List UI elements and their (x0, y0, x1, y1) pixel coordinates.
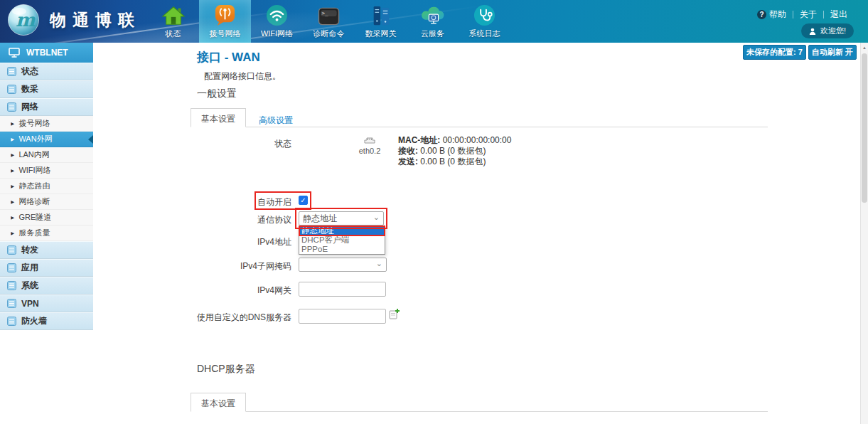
scrollbar-thumb[interactable] (862, 53, 867, 203)
welcome-button[interactable]: 欢迎您! (801, 23, 854, 38)
nav-label: 诊断命令 (314, 28, 345, 39)
sidebar-item-network[interactable]: 网络 (0, 98, 93, 116)
sidebar-subitem-wan[interactable]: ▶ WAN外网 (0, 132, 93, 147)
help-link[interactable]: ? 帮助 (751, 9, 793, 21)
sidebar-subitem-qos[interactable]: ▶ 服务质量 (0, 226, 93, 241)
list-icon (7, 102, 16, 112)
nav-item-status[interactable]: 状态 (147, 0, 199, 43)
logout-link[interactable]: 退出 (824, 9, 854, 21)
submenu-arrow-icon: ▶ (11, 199, 14, 204)
dhcp-server-heading: DHCP服务器 (197, 363, 255, 376)
sidebar-subitem-network-diagnosis[interactable]: ▶ 网络诊断 (0, 194, 93, 210)
status-badges: 未保存的配置: 7 自动刷新 开 (743, 45, 857, 60)
dns-input[interactable] (299, 309, 386, 324)
sidebar-item-application[interactable]: 应用 (0, 259, 93, 277)
tx-label: 发送: (398, 157, 418, 166)
ethernet-port-icon (363, 136, 377, 144)
unsaved-changes-badge[interactable]: 未保存的配置: 7 (743, 45, 806, 60)
interface-name: eth0.2 (351, 147, 388, 155)
sidebar-item-label: VPN (21, 299, 39, 309)
dial-network-icon (214, 3, 236, 26)
add-entry-icon[interactable] (389, 308, 400, 319)
tab-dhcp-basic-settings[interactable]: 基本设置 (191, 393, 246, 412)
logout-label: 退出 (830, 9, 847, 21)
auto-refresh-toggle[interactable]: 自动刷新 开 (808, 45, 857, 60)
submenu-arrow-icon: ▶ (11, 184, 14, 189)
sidebar: WTBLNET 状态 数采 (0, 43, 93, 330)
sidebar-item-label: LAN内网 (18, 149, 49, 160)
gateway-icon (370, 3, 392, 26)
sidebar-item-forwarding[interactable]: 转发 (0, 241, 93, 259)
about-link[interactable]: 关于 (793, 9, 823, 21)
vertical-scrollbar[interactable]: ▲ (860, 43, 868, 424)
mac-value: 00:00:00:00:00:00 (443, 135, 512, 145)
submenu-arrow-icon: ▶ (11, 168, 14, 173)
netmask-select[interactable]: ⌄ (299, 258, 387, 272)
nav-label: WIFI网络 (261, 28, 293, 39)
submenu-arrow-icon: ▶ (11, 152, 14, 157)
sidebar-item-system[interactable]: 系统 (0, 277, 93, 295)
list-icon (7, 281, 16, 290)
sidebar-item-label: 网络诊断 (18, 196, 50, 207)
dns-field-label: 使用自定义的DNS服务器 (171, 312, 291, 324)
sidebar-item-label: 数采 (21, 83, 38, 95)
welcome-label: 欢迎您! (820, 26, 846, 36)
sidebar-item-data-collection[interactable]: 数采 (0, 80, 93, 98)
protocol-select[interactable]: 静态地址 ⌄ (299, 211, 384, 226)
general-settings-tabbar: 基本设置 高级设置 (191, 108, 768, 127)
home-icon (162, 3, 185, 26)
autostart-checkbox[interactable]: ✓ (299, 196, 308, 205)
interface-indicator: eth0.2 (351, 136, 388, 155)
sidebar-item-firewall[interactable]: 防火墙 (0, 312, 93, 330)
netmask-field-label: IPv4子网掩码 (171, 260, 291, 272)
dhcp-tabbar: 基本设置 (191, 393, 768, 412)
sidebar-subitem-static-route[interactable]: ▶ 静态路由 (0, 179, 93, 194)
rx-line: 接收: 0.00 B (0 数据包) (398, 146, 511, 157)
rx-label: 接收: (398, 146, 418, 156)
nav-item-system-log[interactable]: 系统日志 (459, 0, 510, 43)
general-settings-heading: 一般设置 (197, 88, 237, 100)
dropdown-option-static[interactable]: 静态地址 (299, 226, 385, 235)
header-links: ? 帮助 关于 退出 (751, 9, 854, 21)
sidebar-item-label: GRE隧道 (18, 212, 51, 223)
nav-label: 系统日志 (469, 28, 500, 39)
sidebar-subitem-lan[interactable]: ▶ LAN内网 (0, 147, 93, 163)
nav-label: 数采网关 (365, 28, 397, 39)
sidebar-subitem-wifi[interactable]: ▶ WIFI网络 (0, 163, 93, 179)
nav-item-wifi-network[interactable]: WIFI网络 (251, 0, 303, 43)
dropdown-option-dhcp[interactable]: DHCP客户端 (299, 235, 385, 245)
monitor-icon (9, 48, 20, 58)
sidebar-item-label: WAN外网 (18, 134, 52, 144)
sidebar-item-label: 状态 (21, 65, 38, 78)
sidebar-header-wtblnet[interactable]: WTBLNET (0, 43, 93, 63)
nav-item-diagnostic-command[interactable]: >_ 诊断命令 (303, 0, 355, 43)
gateway-field-label: IPv4网关 (171, 285, 291, 297)
list-icon (7, 245, 16, 255)
page-title: 接口 - WAN (197, 49, 260, 65)
gateway-input[interactable] (299, 282, 386, 297)
sidebar-item-status[interactable]: 状态 (0, 63, 93, 80)
list-icon (7, 263, 16, 272)
nav-item-dial-network[interactable]: 拨号网络 (199, 0, 251, 43)
help-icon: ? (757, 10, 766, 19)
tx-line: 发送: 0.00 B (0 数据包) (398, 157, 511, 167)
sidebar-item-vpn[interactable]: VPN (0, 295, 93, 312)
dropdown-option-pppoe[interactable]: PPPoE (299, 245, 385, 254)
scroll-up-arrow-icon[interactable]: ▲ (861, 43, 868, 52)
protocol-field-label: 通信协议 (171, 214, 291, 226)
sidebar-item-label: 转发 (21, 244, 38, 256)
syslog-icon (473, 3, 495, 26)
globe-logo-icon: m (7, 4, 40, 36)
tab-advanced-settings[interactable]: 高级设置 (246, 110, 306, 127)
interface-stats: MAC-地址: 00:00:00:00:00:00 接收: 0.00 B (0 … (398, 135, 511, 167)
nav-item-data-gateway[interactable]: 数采网关 (355, 0, 407, 43)
nav-item-cloud-service[interactable]: 云服务 (407, 0, 459, 43)
rx-value: 0.00 B (0 数据包) (420, 146, 486, 156)
sidebar-subitem-gre-tunnel[interactable]: ▶ GRE隧道 (0, 210, 93, 226)
sidebar-subitem-dial-network[interactable]: ▶ 拨号网络 (0, 116, 93, 132)
chevron-down-icon: ⌄ (376, 260, 382, 267)
tab-basic-settings[interactable]: 基本设置 (191, 108, 246, 127)
nav-label: 云服务 (421, 28, 444, 39)
sidebar-item-label: 网络 (21, 101, 38, 113)
mac-address-line: MAC-地址: 00:00:00:00:00:00 (398, 135, 511, 146)
